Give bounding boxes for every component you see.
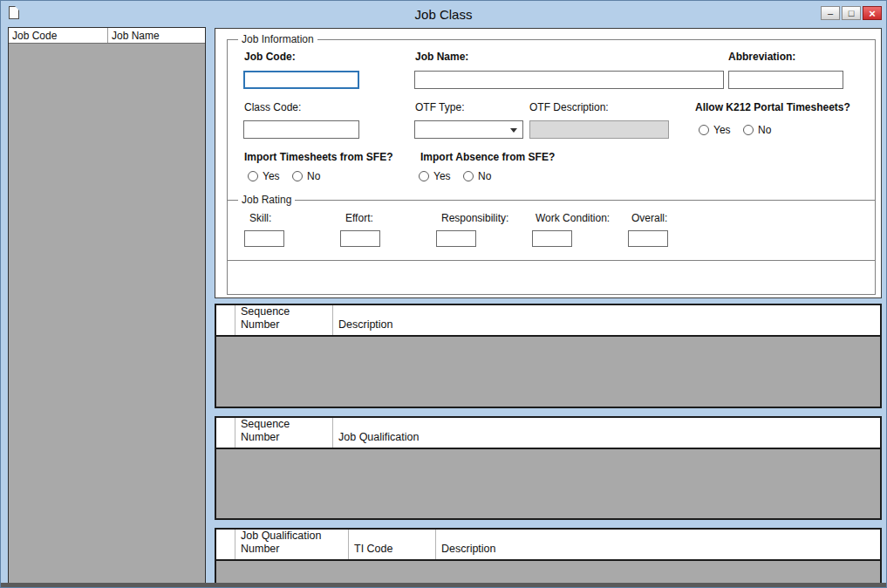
description-grid: Sequence Number Description [215, 304, 882, 408]
skill-label: Skill: [249, 212, 271, 224]
class-code-input[interactable] [243, 120, 359, 139]
radio-label: Yes [433, 170, 451, 182]
column-header-label: Sequence Number [241, 418, 304, 443]
import-timesheets-no-radio[interactable]: No [292, 170, 320, 182]
radio-icon [699, 125, 709, 135]
column-header-label: Job Qualification [338, 431, 419, 443]
sequence-number-column-header[interactable]: Sequence Number [235, 305, 333, 335]
skill-input[interactable] [244, 230, 284, 247]
job-name-label: Job Name: [415, 51, 468, 63]
otf-description-label: OTF Description: [529, 101, 609, 113]
description-grid-header: Sequence Number Description [216, 305, 880, 337]
window-bottom-edge [1, 583, 886, 587]
effort-label: Effort: [345, 212, 373, 224]
radio-icon [248, 171, 258, 181]
import-absence-yes-radio[interactable]: Yes [419, 170, 451, 182]
radio-label: No [478, 170, 491, 182]
class-code-label: Class Code: [244, 101, 301, 113]
column-header-label: Job Qualification Number [241, 530, 343, 555]
sequence-number-column-header[interactable]: Sequence Number [235, 418, 333, 448]
overall-input[interactable] [628, 230, 668, 247]
job-qualification-grid: Sequence Number Job Qualification [215, 416, 882, 520]
row-selector-column-header[interactable] [216, 305, 235, 335]
job-qualification-column-header[interactable]: Job Qualification [333, 418, 880, 448]
abbreviation-input[interactable] [728, 71, 843, 89]
allow-k212-label: Allow K212 Portal Timesheets? [695, 101, 850, 113]
minimize-icon: – [828, 9, 833, 18]
close-icon: × [869, 8, 876, 19]
row-selector-column-header[interactable] [216, 530, 235, 559]
ti-code-grid-header: Job Qualification Number TI Code Descrip… [216, 530, 880, 561]
job-code-input[interactable] [243, 71, 359, 89]
abbreviation-label: Abbreviation: [728, 51, 795, 63]
titlebar: Job Class – □ × [1, 1, 886, 27]
job-rating-legend: Job Rating [238, 194, 295, 206]
row-selector-column-header[interactable] [216, 418, 235, 448]
description-column-header[interactable]: Description [333, 305, 880, 335]
job-name-input[interactable] [414, 71, 724, 89]
job-name-column-header[interactable]: Job Name [108, 28, 205, 43]
close-button[interactable]: × [863, 6, 882, 20]
radio-icon [743, 125, 754, 135]
responsibility-label: Responsibility: [441, 212, 508, 224]
description-column-header[interactable]: Description [436, 530, 880, 559]
chevron-down-icon [510, 128, 517, 133]
description-grid-body[interactable] [216, 337, 880, 405]
ti-code-column-header[interactable]: TI Code [349, 530, 436, 559]
otf-description-input [529, 120, 669, 139]
radio-icon [292, 171, 303, 181]
column-header-label: Description [441, 543, 496, 555]
work-condition-input[interactable] [532, 230, 572, 247]
job-code-label: Job Code: [244, 51, 296, 63]
radio-label: No [307, 170, 320, 182]
maximize-icon: □ [849, 9, 855, 18]
job-information-legend: Job Information [238, 33, 317, 45]
job-information-panel: Job Information Job Code: Job Name: Abbr… [215, 28, 882, 298]
radio-label: Yes [713, 124, 731, 136]
allow-k212-no-radio[interactable]: No [743, 124, 771, 136]
job-class-window: Job Class – □ × Job Code Job Name Job In… [0, 0, 887, 588]
radio-icon [463, 171, 474, 181]
job-list: Job Code Job Name [8, 27, 206, 585]
job-list-header: Job Code Job Name [9, 28, 205, 44]
import-absence-label: Import Absence from SFE? [420, 151, 555, 163]
overall-label: Overall: [631, 212, 667, 224]
import-timesheets-yes-radio[interactable]: Yes [248, 170, 280, 182]
column-header-label: Sequence Number [241, 305, 304, 331]
job-list-body[interactable] [9, 44, 205, 584]
ti-code-grid-body[interactable] [216, 561, 880, 581]
job-qualification-number-column-header[interactable]: Job Qualification Number [235, 530, 349, 559]
work-condition-label: Work Condition: [536, 212, 610, 224]
maximize-button[interactable]: □ [842, 6, 861, 20]
ti-code-grid: Job Qualification Number TI Code Descrip… [215, 528, 882, 585]
allow-k212-yes-radio[interactable]: Yes [699, 124, 731, 136]
window-controls: – □ × [821, 6, 882, 20]
effort-input[interactable] [340, 230, 380, 247]
job-qualification-grid-header: Sequence Number Job Qualification [216, 418, 880, 449]
radio-label: No [758, 124, 771, 136]
radio-label: Yes [263, 170, 280, 182]
otf-type-select[interactable] [414, 120, 523, 139]
job-code-column-header[interactable]: Job Code [9, 28, 108, 43]
column-header-label: Description [338, 318, 393, 331]
import-timesheets-label: Import Timesheets from SFE? [244, 151, 392, 163]
otf-type-label: OTF Type: [415, 101, 464, 113]
import-absence-no-radio[interactable]: No [463, 170, 491, 182]
minimize-button[interactable]: – [821, 6, 840, 20]
column-header-label: TI Code [354, 543, 392, 555]
window-title: Job Class [1, 7, 886, 22]
radio-icon [419, 171, 429, 181]
job-qualification-grid-body[interactable] [216, 449, 880, 516]
responsibility-input[interactable] [436, 230, 476, 247]
